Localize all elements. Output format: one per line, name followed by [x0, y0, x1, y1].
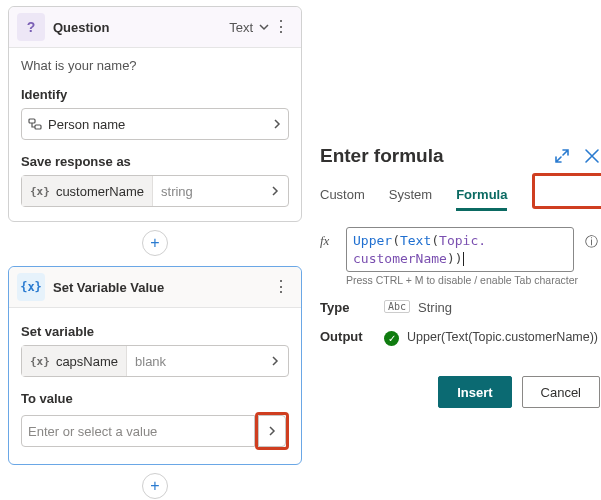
add-node-button[interactable]: +: [142, 473, 168, 499]
tovalue-picker-button[interactable]: [258, 415, 286, 447]
chevron-down-icon: [259, 22, 269, 32]
variable-icon: {x}: [30, 185, 50, 198]
panel-header: Enter formula: [320, 145, 600, 175]
formula-editor[interactable]: Upper(Text(Topic. customerName)): [346, 227, 574, 272]
set-variable-node: {x} Set Variable Value ⋮ Set variable {x…: [8, 266, 302, 465]
panel-title: Enter formula: [320, 145, 554, 167]
save-response-label: Save response as: [21, 154, 289, 169]
tab-system[interactable]: System: [389, 181, 432, 211]
variable-chip: {x} customerName: [22, 176, 153, 206]
setvar-node-title: Set Variable Value: [53, 280, 269, 295]
formula-panel: Enter formula Custom System Formula fx U…: [320, 145, 600, 408]
tovalue-picker-highlight: [255, 412, 289, 450]
tab-custom[interactable]: Custom: [320, 181, 365, 211]
chevron-right-icon: [262, 356, 288, 366]
entity-icon: [28, 117, 42, 131]
editor-hint: Press CTRL + M to disable / enable Tab c…: [346, 274, 600, 286]
expand-icon[interactable]: [554, 148, 570, 164]
type-label: Type: [320, 300, 384, 315]
add-node-button[interactable]: +: [142, 230, 168, 256]
svg-rect-1: [35, 125, 41, 129]
identify-value: Person name: [48, 117, 272, 132]
more-icon[interactable]: ⋮: [269, 19, 293, 35]
close-icon[interactable]: [584, 148, 600, 164]
question-node: ? Question Text ⋮ What is your name? Ide…: [8, 6, 302, 222]
setvar-node-body: Set variable {x} capsName blank To value…: [9, 308, 301, 464]
setvar-variable[interactable]: {x} capsName blank: [21, 345, 289, 377]
authoring-canvas: ? Question Text ⋮ What is your name? Ide…: [0, 0, 310, 500]
save-response-variable[interactable]: {x} customerName string: [21, 175, 289, 207]
question-prompt[interactable]: What is your name?: [21, 58, 289, 73]
question-type-selector[interactable]: Text: [229, 20, 269, 35]
identify-label: Identify: [21, 87, 289, 102]
question-node-header: ? Question Text ⋮: [9, 7, 301, 48]
fx-label: fx: [320, 227, 338, 249]
chevron-right-icon: [262, 186, 288, 196]
variable-name: capsName: [56, 354, 118, 369]
tovalue-placeholder: Enter or select a value: [28, 424, 248, 439]
variable-chip: {x} capsName: [22, 346, 127, 376]
success-icon: ✓: [384, 331, 399, 346]
question-type-label: Text: [229, 20, 253, 35]
variable-name: customerName: [56, 184, 144, 199]
tovalue-input[interactable]: Enter or select a value: [21, 415, 255, 447]
text-cursor: [463, 252, 464, 266]
cancel-button[interactable]: Cancel: [522, 376, 600, 408]
question-node-body: What is your name? Identify Person name …: [9, 48, 301, 221]
more-icon[interactable]: ⋮: [269, 279, 293, 295]
variable-icon: {x}: [30, 355, 50, 368]
variable-type: blank: [127, 354, 262, 369]
tovalue-label: To value: [21, 391, 289, 406]
svg-rect-0: [29, 119, 35, 123]
panel-tabs: Custom System Formula: [320, 181, 600, 211]
question-icon: ?: [17, 13, 45, 41]
setvar-node-header: {x} Set Variable Value ⋮: [9, 267, 301, 308]
variable-type: string: [153, 184, 262, 199]
info-icon[interactable]: ⓘ: [582, 227, 600, 251]
tab-formula[interactable]: Formula: [456, 181, 507, 211]
insert-button[interactable]: Insert: [438, 376, 511, 408]
setvar-label: Set variable: [21, 324, 289, 339]
variable-node-icon: {x}: [17, 273, 45, 301]
type-badge-icon: Abc: [384, 300, 410, 313]
output-label: Output: [320, 329, 384, 344]
chevron-right-icon: [272, 119, 282, 129]
question-node-title: Question: [53, 20, 229, 35]
output-value: Upper(Text(Topic.customerName)): [407, 329, 598, 346]
identify-field[interactable]: Person name: [21, 108, 289, 140]
tab-formula-highlight: [532, 173, 601, 209]
type-value: String: [418, 300, 452, 315]
